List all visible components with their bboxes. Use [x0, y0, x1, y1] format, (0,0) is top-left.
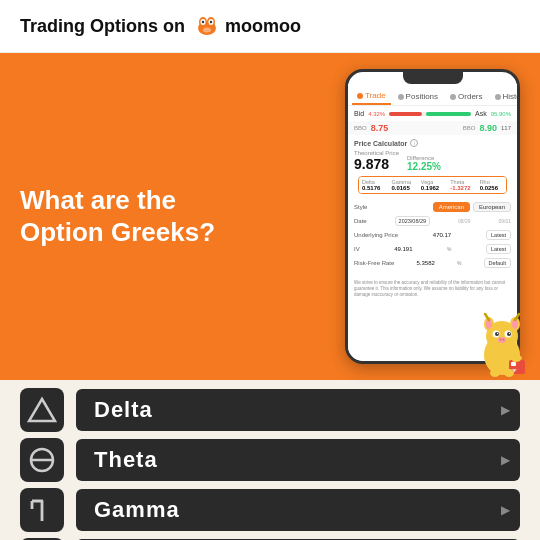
bbo-num: 117: [501, 125, 511, 131]
phone-notch: [403, 72, 463, 84]
greeks-header-row: Delta 0.5176 Gamma 0.0165 Vega 0.1962: [359, 177, 506, 193]
cell-gamma-header: Gamma 0.0165: [388, 177, 417, 193]
header-prefix: Trading Options on: [20, 16, 185, 37]
moomoo-logo[interactable]: moomoo: [193, 12, 301, 40]
list-item-gamma: Gamma: [20, 488, 520, 532]
bid-fill: [389, 112, 422, 116]
svg-point-18: [497, 333, 498, 334]
svg-marker-31: [29, 399, 55, 421]
underlying-label: Underlying Price: [354, 232, 398, 238]
theta-name-bar[interactable]: Theta: [76, 439, 520, 481]
cell-theta-header: Theta -1.3272: [447, 177, 476, 193]
hero-title: What are the Option Greeks?: [20, 185, 345, 247]
cell-delta-header: Delta 0.5176: [359, 177, 388, 193]
price-calc-title: Price Calculator i: [354, 139, 511, 147]
delta-label: Delta: [94, 397, 153, 423]
svg-point-19: [509, 333, 510, 334]
orders-dot: [450, 94, 456, 100]
mascot: VIP: [475, 310, 530, 380]
underlying-value: 470.17: [433, 232, 451, 238]
svg-point-30: [504, 369, 514, 377]
date-input[interactable]: 2023/08/29: [395, 216, 431, 226]
svg-point-7: [203, 28, 211, 33]
price-calculator-section: Price Calculator i Theoretical Price 9.8…: [348, 135, 517, 198]
date-range-end: 09/01: [498, 218, 511, 224]
gamma-label: Gamma: [94, 497, 180, 523]
positions-dot: [398, 94, 404, 100]
style-row: Style American European: [354, 202, 511, 212]
greeks-list: Delta Theta: [0, 380, 540, 540]
tab-positions[interactable]: Positions: [393, 88, 443, 105]
latest-btn-2[interactable]: Latest: [486, 244, 511, 254]
gamma-name-bar[interactable]: Gamma: [76, 489, 520, 531]
svg-point-17: [507, 332, 511, 336]
default-btn[interactable]: Default: [484, 258, 511, 268]
theo-row: Theoretical Price 9.878 Difference 12.25…: [354, 150, 511, 172]
delta-icon: [27, 395, 57, 425]
bbo-ask-price: 8.90: [479, 123, 497, 133]
bbo-ask-label: BBO: [463, 125, 476, 131]
gamma-icon-bg: [20, 488, 64, 532]
gamma-icon: [27, 495, 57, 525]
rf-label: Risk-Free Rate: [354, 260, 394, 266]
svg-point-6: [210, 21, 212, 23]
svg-point-29: [490, 369, 500, 377]
date-range-start: 08/29: [458, 218, 471, 224]
list-item-theta: Theta: [20, 438, 520, 482]
cell-rho-header: Rho 0.0256: [477, 177, 506, 193]
hero-section: What are the Option Greeks? Trade Positi…: [0, 53, 540, 380]
date-label: Date: [354, 218, 367, 224]
ask-label: Ask: [475, 110, 487, 117]
header: Trading Options on moomoo: [0, 0, 540, 53]
svg-point-21: [500, 339, 502, 341]
svg-point-20: [498, 337, 506, 343]
date-row: Date 2023/08/29 08/29 09/01: [354, 216, 511, 226]
moomoo-brand-icon: [193, 12, 221, 40]
options-form: Style American European Date 2023/08/29 …: [348, 198, 517, 276]
ask-pct: 95.90%: [491, 111, 511, 117]
underlying-row: Underlying Price 470.17 Latest: [354, 230, 511, 240]
european-btn[interactable]: European: [473, 202, 511, 212]
cell-vega-header: Vega 0.1962: [418, 177, 447, 193]
style-label: Style: [354, 204, 367, 210]
main-container: Trading Options on moomoo What are the O…: [0, 0, 540, 540]
svg-rect-26: [511, 362, 516, 366]
rf-value: 5.3582: [416, 260, 434, 266]
moomoo-brand-name: moomoo: [225, 16, 301, 37]
latest-btn-1[interactable]: Latest: [486, 230, 511, 240]
disclaimer-text: We strive to ensure the accuracy and rel…: [348, 276, 517, 302]
bid-pct: 4.32%: [368, 111, 385, 117]
phone-greeks-table: Delta 0.5176 Gamma 0.0165 Vega 0.1962: [358, 176, 507, 194]
rf-row: Risk-Free Rate 5.3582 % Default: [354, 258, 511, 268]
history-dot: [495, 94, 501, 100]
bbo-bid-label: BBO: [354, 125, 367, 131]
delta-name-bar[interactable]: Delta: [76, 389, 520, 431]
tab-trade[interactable]: Trade: [352, 88, 391, 105]
delta-icon-bg: [20, 388, 64, 432]
trade-dot: [357, 93, 363, 99]
bid-ask-bar: Bid 4.32% Ask 95.90%: [348, 106, 517, 121]
svg-point-5: [202, 21, 204, 23]
info-icon[interactable]: i: [410, 139, 418, 147]
diff-value: 12.25%: [407, 161, 441, 172]
american-btn[interactable]: American: [433, 202, 470, 212]
svg-point-16: [495, 332, 499, 336]
bbo-bid-price: 8.75: [371, 123, 389, 133]
theo-value: 9.878: [354, 156, 399, 172]
iv-row: IV 49.191 % Latest: [354, 244, 511, 254]
theta-icon-bg: [20, 438, 64, 482]
phone-tabs: Trade Positions Orders History: [348, 84, 517, 106]
svg-point-22: [503, 339, 505, 341]
theta-label: Theta: [94, 447, 158, 473]
theta-icon: [27, 445, 57, 475]
bbo-row: BBO 8.75 BBO 8.90 117: [348, 121, 517, 135]
iv-label: IV: [354, 246, 360, 252]
tab-orders[interactable]: Orders: [445, 88, 487, 105]
bid-label: Bid: [354, 110, 364, 117]
tab-history[interactable]: History: [490, 88, 517, 105]
progress-bar: [389, 112, 471, 116]
hero-title-block: What are the Option Greeks?: [20, 185, 345, 247]
list-item-delta: Delta: [20, 388, 520, 432]
mascot-svg: VIP: [475, 310, 530, 380]
iv-value: 49.191: [394, 246, 412, 252]
